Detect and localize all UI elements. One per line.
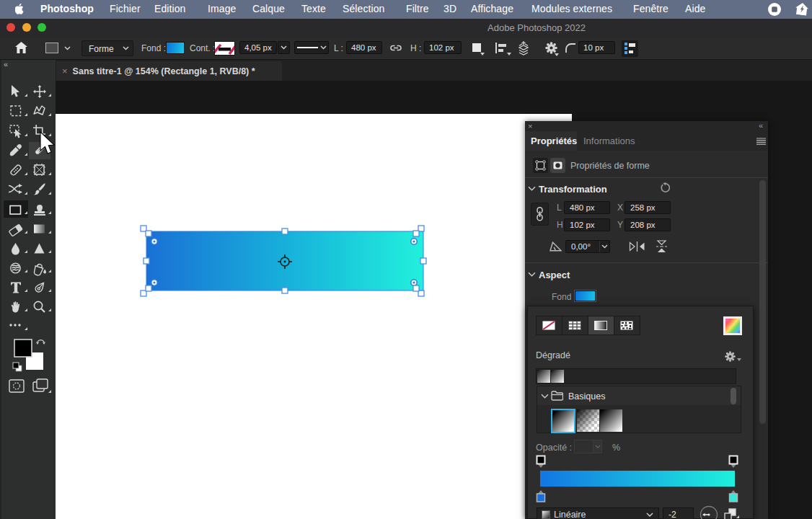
svg-text:«: « (4, 60, 8, 68)
